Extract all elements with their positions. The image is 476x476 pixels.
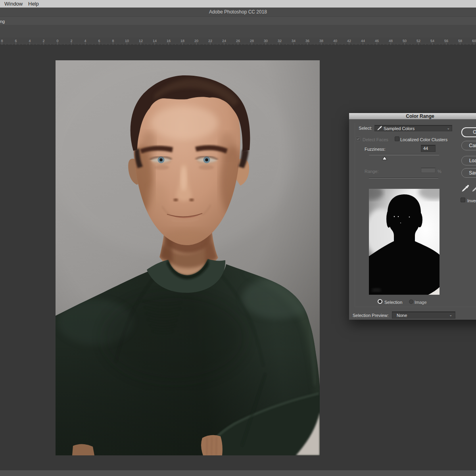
svg-text:44: 44 (361, 39, 365, 43)
svg-text:8: 8 (112, 39, 114, 43)
svg-text:18: 18 (180, 39, 184, 43)
svg-text:36: 36 (305, 39, 309, 43)
svg-text:32: 32 (278, 39, 282, 43)
svg-text:20: 20 (194, 39, 198, 43)
svg-text:38: 38 (319, 39, 323, 43)
svg-text:24: 24 (222, 39, 226, 43)
svg-text:46: 46 (375, 39, 379, 43)
svg-text:2: 2 (42, 39, 44, 43)
svg-text:26: 26 (236, 39, 240, 43)
svg-text:28: 28 (250, 39, 254, 43)
svg-text:34: 34 (292, 39, 296, 43)
svg-text:30: 30 (264, 39, 268, 43)
svg-text:48: 48 (389, 39, 393, 43)
svg-text:6: 6 (15, 39, 17, 43)
svg-text:60: 60 (472, 39, 476, 43)
svg-text:10: 10 (125, 39, 129, 43)
svg-text:14: 14 (153, 39, 157, 43)
svg-text:42: 42 (347, 39, 351, 43)
svg-text:8: 8 (1, 39, 3, 43)
svg-text:4: 4 (29, 39, 31, 43)
svg-text:22: 22 (208, 39, 212, 43)
svg-text:4: 4 (84, 39, 86, 43)
svg-text:40: 40 (333, 39, 337, 43)
svg-text:6: 6 (98, 39, 100, 43)
svg-text:54: 54 (430, 39, 434, 43)
svg-text:16: 16 (167, 39, 171, 43)
svg-text:56: 56 (444, 39, 448, 43)
svg-text:2: 2 (70, 39, 72, 43)
svg-text:0: 0 (56, 39, 58, 43)
svg-text:52: 52 (416, 39, 420, 43)
svg-text:50: 50 (403, 39, 407, 43)
svg-text:12: 12 (139, 39, 143, 43)
svg-text:58: 58 (458, 39, 462, 43)
